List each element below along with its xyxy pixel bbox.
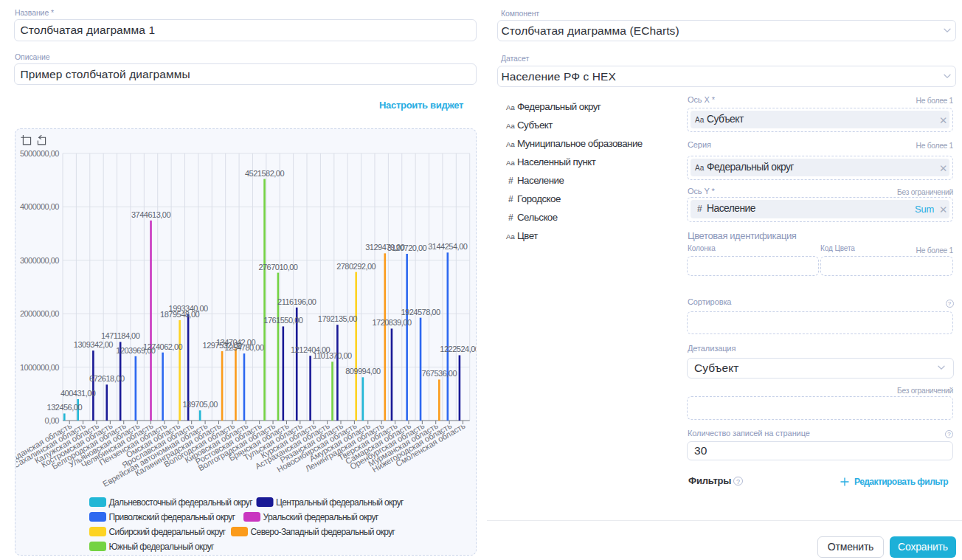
svg-text:809994,00: 809994,00 [345,367,381,376]
svg-text:3120720,00: 3120720,00 [387,243,426,252]
svg-text:1471184,00: 1471184,00 [101,331,140,340]
svg-text:3744613,00: 3744613,00 [131,210,170,218]
svg-text:1222524,00: 1222524,00 [440,345,476,353]
svg-text:2116196,00: 2116196,00 [277,297,316,305]
svg-text:672618,00: 672618,00 [89,374,125,383]
svg-text:1924578,00: 1924578,00 [401,307,440,316]
svg-text:4000000,00: 4000000,00 [20,202,59,211]
svg-text:3144254,00: 3144254,00 [428,242,467,251]
svg-text:767536,00: 767536,00 [422,369,457,378]
svg-text:189705,00: 189705,00 [182,400,218,409]
svg-text:1792135,00: 1792135,00 [318,314,357,323]
svg-text:5000000,00: 5000000,00 [20,148,59,157]
svg-text:Приволжский федеральный округ: Приволжский федеральный округ [109,511,236,522]
svg-text:1274062,00: 1274062,00 [143,342,182,350]
svg-text:1761550,00: 1761550,00 [263,316,302,325]
svg-text:2780292,00: 2780292,00 [336,261,376,270]
svg-text:3000000,00: 3000000,00 [20,255,59,264]
svg-text:1993340,00: 1993340,00 [169,303,208,312]
svg-text:2767010,00: 2767010,00 [258,262,297,271]
svg-text:0,00: 0,00 [45,416,60,425]
svg-text:2000000,00: 2000000,00 [20,309,59,318]
svg-text:1309342,00: 1309342,00 [74,340,113,349]
svg-text:Сибирский федеральный округ: Сибирский федеральный округ [109,526,226,536]
svg-text:4521582,00: 4521582,00 [245,168,284,177]
svg-text:400431,00: 400431,00 [60,389,96,398]
svg-text:Северо-Западный федеральный ок: Северо-Западный федеральный округ [251,526,396,536]
svg-text:1720839,00: 1720839,00 [372,318,411,327]
svg-text:132456,00: 132456,00 [47,403,83,412]
svg-text:Южный федеральный округ: Южный федеральный округ [109,541,215,551]
svg-text:Дальневосточный федеральный ок: Дальневосточный федеральный округ [109,497,254,507]
svg-text:Центральный федеральный округ: Центральный федеральный округ [276,497,404,507]
svg-text:Уральский федеральный округ: Уральский федеральный округ [263,511,379,522]
svg-text:1101370,00: 1101370,00 [313,351,352,360]
svg-text:1254780,00: 1254780,00 [224,343,263,352]
svg-text:1000000,00: 1000000,00 [20,362,59,371]
